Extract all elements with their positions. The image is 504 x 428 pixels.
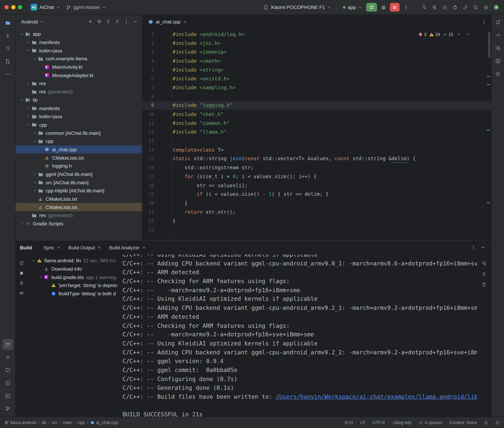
tree-row[interactable]: BuildType 'debug' is both d bbox=[28, 289, 119, 298]
line-number[interactable]: 17 bbox=[142, 174, 154, 179]
rerun-button[interactable] bbox=[17, 259, 26, 268]
build-tab-sync[interactable]: Sync bbox=[40, 240, 64, 255]
soft-wrap-button[interactable] bbox=[480, 259, 488, 268]
line-number[interactable]: 13 bbox=[142, 138, 154, 144]
chevron-right-icon[interactable] bbox=[25, 82, 31, 85]
breadcrumb-item[interactable]: llama.android bbox=[4, 420, 36, 425]
expand-all-button[interactable] bbox=[104, 17, 112, 26]
code-line[interactable]: 4#include <cmath> bbox=[142, 57, 491, 66]
line-number[interactable]: 22 bbox=[142, 218, 154, 223]
chevron-down-icon[interactable] bbox=[32, 57, 38, 61]
code-editor[interactable]: 1#include <android/log.h>2#include <jni.… bbox=[142, 29, 491, 240]
encoding-widget[interactable]: UTF-8 bbox=[372, 420, 385, 425]
code-line[interactable]: 12#include "llama.h" bbox=[142, 128, 491, 137]
tree-row[interactable]: res(generated) bbox=[16, 88, 142, 96]
error-inspection[interactable]: 3 bbox=[418, 32, 427, 37]
scroll-end-button[interactable] bbox=[480, 270, 488, 278]
change-stripe-mark[interactable] bbox=[487, 130, 490, 131]
more-tool-button[interactable] bbox=[2, 69, 13, 80]
line-number[interactable]: 15 bbox=[142, 156, 154, 161]
hide-button[interactable] bbox=[131, 17, 140, 26]
line-number[interactable]: 12 bbox=[142, 130, 154, 135]
highlighting-status-icon[interactable] bbox=[495, 420, 499, 425]
line-number[interactable]: 11 bbox=[142, 121, 154, 126]
pin-button[interactable] bbox=[17, 279, 26, 287]
terminal-tool-button[interactable] bbox=[2, 390, 13, 401]
dependencies-tool-button[interactable] bbox=[2, 352, 13, 363]
chevron-right-icon[interactable] bbox=[25, 106, 31, 110]
vcs-branch-widget[interactable]: ggml-master bbox=[63, 3, 109, 11]
task-list-button[interactable] bbox=[440, 3, 449, 12]
code-line[interactable]: 6#include <unistd.h> bbox=[142, 74, 491, 83]
run-button[interactable] bbox=[366, 3, 377, 12]
line-number[interactable]: 8 bbox=[142, 94, 154, 99]
chevron-right-icon[interactable] bbox=[32, 181, 38, 184]
line-number[interactable]: 16 bbox=[142, 165, 154, 170]
line-number[interactable]: 20 bbox=[142, 201, 154, 206]
stop-button[interactable] bbox=[17, 269, 26, 278]
line-number[interactable]: 21 bbox=[142, 209, 154, 214]
close-tab-icon[interactable] bbox=[183, 20, 187, 24]
lock-icon[interactable] bbox=[484, 420, 488, 425]
line-number[interactable]: 9 bbox=[142, 103, 154, 108]
breadcrumb-item[interactable]: src bbox=[52, 420, 58, 425]
find-actions-button[interactable] bbox=[430, 3, 439, 12]
tree-row[interactable]: com.example.llama bbox=[16, 55, 142, 63]
build-window-title[interactable]: Build bbox=[20, 245, 32, 250]
chevron-down-icon[interactable] bbox=[37, 275, 43, 279]
tree-row[interactable]: build.gradle.ktsapp 1 warning bbox=[28, 273, 119, 281]
inspections-widget[interactable]: 3 24 15 bbox=[417, 31, 472, 38]
chevron-right-icon[interactable] bbox=[32, 189, 38, 192]
close-window-button[interactable] bbox=[4, 5, 9, 9]
chevron-down-icon[interactable] bbox=[30, 259, 36, 262]
rename-button[interactable] bbox=[420, 3, 429, 12]
chevron-right-icon[interactable] bbox=[25, 115, 31, 118]
chevron-down-icon[interactable] bbox=[25, 49, 31, 52]
running-devices-tool-button[interactable] bbox=[2, 365, 13, 376]
code-line[interactable]: 7#include <sampling.h> bbox=[142, 83, 491, 92]
tree-row[interactable]: lib bbox=[16, 96, 142, 104]
pull-requests-tool-button[interactable] bbox=[2, 56, 13, 67]
code-line[interactable]: 8 bbox=[142, 92, 491, 101]
structure-tool-button[interactable] bbox=[2, 43, 13, 54]
tree-row[interactable]: ggml [AiChat.lib.main] bbox=[16, 170, 142, 178]
context-widget[interactable]: Context: None bbox=[449, 420, 477, 425]
gradle-tool-button[interactable] bbox=[493, 30, 503, 41]
tree-row[interactable]: src [AiChat.lib.main] bbox=[16, 178, 142, 187]
code-line[interactable]: 20 } bbox=[142, 199, 491, 208]
passed-inspection[interactable]: 15 bbox=[443, 32, 453, 37]
breadcrumb-item[interactable]: lib bbox=[42, 420, 46, 425]
commit-tool-button[interactable] bbox=[2, 30, 13, 41]
code-line[interactable]: 23 bbox=[142, 225, 491, 234]
hide-build-window-icon[interactable] bbox=[479, 243, 487, 252]
tree-row[interactable]: common [AiChat.lib.main] bbox=[16, 129, 142, 137]
chevron-down-icon[interactable] bbox=[25, 123, 31, 127]
close-tab-icon[interactable] bbox=[142, 245, 146, 250]
tree-row[interactable]: CMakeLists.txt bbox=[16, 195, 142, 203]
project-view-selector[interactable]: Android bbox=[21, 19, 44, 24]
code-line[interactable]: 18 str << values[i]; bbox=[142, 181, 491, 190]
chevron-right-icon[interactable] bbox=[32, 131, 38, 135]
code-line[interactable]: 22} bbox=[142, 216, 491, 225]
code-line[interactable]: 10#include "chat.h" bbox=[142, 110, 491, 119]
tree-row[interactable]: app bbox=[16, 30, 142, 38]
line-number[interactable]: 1 bbox=[142, 32, 154, 37]
stop-button[interactable] bbox=[390, 3, 400, 12]
code-line[interactable]: 3#include <iomanip> bbox=[142, 48, 491, 57]
run-configuration-selector[interactable]: app bbox=[340, 3, 365, 11]
previous-problem-icon[interactable] bbox=[456, 31, 462, 38]
chevron-down-icon[interactable] bbox=[32, 139, 38, 143]
plugin-button[interactable] bbox=[451, 3, 460, 12]
tree-row[interactable]: MessageAdapter.kt bbox=[16, 71, 142, 79]
line-number[interactable]: 18 bbox=[142, 183, 154, 188]
tree-row[interactable]: CMakeLists.txt bbox=[16, 154, 142, 162]
caret-position-widget[interactable]: 9:21 bbox=[345, 420, 353, 425]
chevron-right-icon[interactable] bbox=[25, 40, 31, 44]
next-problem-icon[interactable] bbox=[465, 31, 471, 38]
line-separator-widget[interactable]: LF bbox=[360, 420, 366, 425]
line-number[interactable]: 23 bbox=[142, 227, 154, 232]
tree-row[interactable]: res(generated) bbox=[16, 211, 142, 220]
notifications-tool-button[interactable] bbox=[493, 17, 503, 28]
close-tab-icon[interactable] bbox=[98, 245, 101, 250]
line-number[interactable]: 7 bbox=[142, 85, 154, 90]
